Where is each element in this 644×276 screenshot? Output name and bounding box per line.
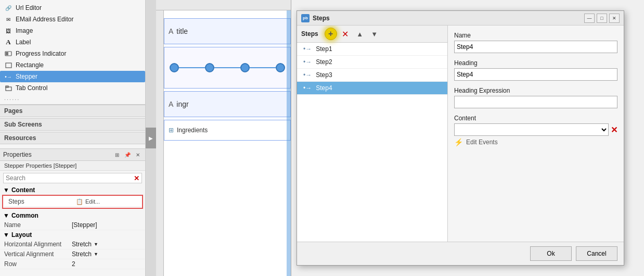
sidebar-item-rectangle-label: Rectangle [16, 61, 44, 69]
sidebar-pages-section[interactable]: Pages [0, 105, 145, 117]
delete-step-button[interactable]: ✕ [339, 28, 352, 40]
content-clear-button[interactable]: ✕ [611, 125, 617, 135]
heading-expression-form-input[interactable] [454, 96, 617, 108]
content-toggle-icon[interactable]: ▼ [3, 186, 9, 194]
h-alignment-dropdown-icon[interactable]: ▼ [94, 242, 98, 247]
move-down-button[interactable]: ▼ [368, 28, 381, 40]
heading-form-input[interactable] [454, 68, 617, 81]
canvas-ruler-top [156, 0, 291, 10]
name-label: Name [4, 221, 72, 229]
sidebar-item-url-editor[interactable]: 🔗 Url Editor [0, 2, 145, 14]
sidebar-resources-label: Resources [4, 134, 36, 142]
sidebar-item-stepper[interactable]: •→ Stepper [0, 71, 145, 82]
lightning-icon: ⚡ [454, 138, 463, 146]
canvas-ruler-left [156, 10, 164, 276]
sidebar-item-progress-label: Progress Indicator [16, 50, 66, 57]
sidebar-item-url-editor-label: Url Editor [16, 4, 42, 11]
sidebar-item-progress-indicator[interactable]: Progress Indicator [0, 48, 145, 59]
v-alignment-label: Vertical Alignment [4, 250, 72, 258]
properties-sort-icon[interactable]: ⊞ [113, 150, 121, 159]
cancel-button[interactable]: Cancel [576, 246, 617, 261]
sidebar-sub-screens-label: Sub Screens [4, 121, 42, 128]
edit-events-link[interactable]: Edit Events [466, 139, 498, 146]
heading-expression-form-label: Heading Expression [454, 87, 617, 94]
content-section-label: Content [11, 186, 35, 194]
sidebar-item-tab-control[interactable]: Tab Control [0, 82, 145, 94]
steps-property-row: Steps 📋 Edit... [4, 197, 141, 207]
canvas-ingredients-box: ⊞ Ingredients [164, 120, 291, 141]
step3-label: Step3 [316, 71, 332, 79]
v-alignment-dropdown-icon[interactable]: ▼ [94, 252, 98, 257]
url-editor-icon: 🔗 [4, 4, 12, 12]
svg-rect-2 [6, 63, 11, 68]
dialog-app-icon: pb [301, 14, 310, 22]
canvas-title-text: title [176, 27, 188, 35]
properties-title: Properties [3, 151, 32, 158]
sidebar-resources-section[interactable]: Resources [0, 132, 145, 144]
svg-rect-1 [6, 52, 8, 55]
steps-edit-button[interactable]: Edit... [85, 198, 100, 205]
canvas-content: A title A ingr ⊞ Ingredients [164, 10, 291, 276]
name-property-row: Name [Stepper] [0, 220, 145, 230]
content-row: ✕ [454, 123, 617, 136]
properties-search-input[interactable] [4, 173, 132, 183]
h-alignment-row: Horizontal Alignment Stretch ▼ [0, 240, 145, 249]
sidebar-item-image[interactable]: 🖼 Image [0, 25, 145, 36]
step2-label: Step2 [316, 58, 332, 66]
add-icon: + [328, 29, 333, 39]
sidebar-sub-screens-section[interactable]: Sub Screens [0, 118, 145, 131]
step4-arrow-icon: •→ [303, 84, 312, 92]
edit-events-row: ⚡ Edit Events [454, 138, 617, 146]
canvas-step-line [179, 67, 205, 68]
dialog-minimize-button[interactable]: — [584, 14, 595, 23]
dialog-close-button[interactable]: ✕ [609, 14, 620, 23]
layout-toggle-icon[interactable]: ▼ [3, 231, 9, 239]
dialog-titlebar: pb Steps — □ ✕ [297, 11, 624, 26]
ok-button[interactable]: Ok [530, 246, 572, 261]
step-item-2[interactable]: •→ Step2 [297, 56, 447, 69]
content-form-group: Content ✕ ⚡ Edit Events [454, 115, 617, 146]
step-item-3[interactable]: •→ Step3 [297, 69, 447, 82]
content-select[interactable] [454, 123, 609, 136]
dialog-left-panel: Steps + ✕ ▲ ▼ •→ Step1 [297, 26, 448, 242]
step-item-4[interactable]: •→ Step4 [297, 82, 447, 95]
move-up-button[interactable]: ▲ [354, 28, 366, 40]
canvas-ingredients-icon: ⊞ [169, 127, 174, 134]
stepper-properties-label: Stepper Properties [Stepper] [0, 161, 145, 171]
canvas-step3-dot [240, 63, 250, 72]
sidebar-item-email-label: EMail Address Editor [16, 16, 73, 23]
tab-control-icon [4, 84, 12, 92]
step3-arrow-icon: •→ [303, 71, 312, 79]
delete-icon: ✕ [342, 29, 349, 39]
v-alignment-value: Stretch ▼ [72, 250, 141, 258]
common-section-header: ▼ Common [0, 211, 145, 220]
up-icon: ▲ [356, 30, 363, 38]
sidebar: 🔗 Url Editor ✉ EMail Address Editor 🖼 Im… [0, 0, 146, 276]
canvas-ingredients-text: Ingredients [177, 127, 208, 134]
sidebar-item-label[interactable]: A Label [0, 36, 145, 48]
properties-pin-icon[interactable]: 📌 [123, 150, 132, 159]
name-form-group: Name [454, 32, 617, 53]
sidebar-item-tab-control-label: Tab Control [16, 84, 47, 92]
sidebar-item-rectangle[interactable]: Rectangle [0, 59, 145, 71]
properties-search-bar[interactable]: ✕ [3, 173, 142, 183]
name-form-label: Name [454, 32, 617, 39]
step1-label: Step1 [316, 45, 332, 53]
common-toggle-icon[interactable]: ▼ [3, 212, 9, 219]
properties-close-icon[interactable]: ✕ [134, 150, 142, 159]
canvas-step2-dot [205, 63, 214, 72]
canvas-title-box: A title [164, 18, 291, 44]
step-item-1[interactable]: •→ Step1 [297, 43, 447, 56]
canvas-ingr-text: ingr [176, 100, 188, 108]
label-icon: A [4, 38, 12, 46]
dialog-maximize-button[interactable]: □ [597, 14, 607, 23]
properties-header: Properties ⊞ 📌 ✕ [0, 149, 145, 161]
canvas-expand-arrow[interactable]: ▶ [146, 128, 156, 148]
name-form-input[interactable] [454, 41, 617, 53]
steps-dialog: pb Steps — □ ✕ Steps + ✕ ▲ [297, 10, 624, 266]
search-clear-button[interactable]: ✕ [132, 174, 141, 182]
sidebar-item-email-address-editor[interactable]: ✉ EMail Address Editor [0, 14, 145, 25]
email-icon: ✉ [4, 15, 12, 23]
add-step-button[interactable]: + [325, 28, 337, 40]
dialog-icon-label: pb [303, 16, 308, 20]
